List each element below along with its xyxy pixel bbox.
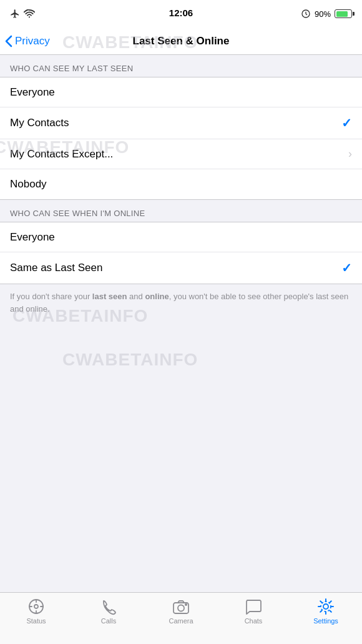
svg-point-11 xyxy=(323,604,328,609)
same-as-lastseen-check-icon: ✓ xyxy=(341,260,352,275)
back-button[interactable]: Privacy xyxy=(5,35,50,47)
mycontacts-except-chevron-icon: › xyxy=(348,147,352,161)
everyone-lastseen-label: Everyone xyxy=(10,86,55,99)
svg-point-10 xyxy=(185,604,187,605)
mycontacts-label: My Contacts xyxy=(10,117,69,129)
everyone-online-label: Everyone xyxy=(10,231,55,244)
wifi-icon xyxy=(24,9,35,18)
nav-bar: Privacy Last Seen & Online xyxy=(0,27,362,55)
nobody-lastseen-label: Nobody xyxy=(10,178,47,191)
timer-icon xyxy=(301,9,311,19)
tab-chats[interactable]: Chats xyxy=(235,598,272,625)
watermark-4: CWABETAINFO xyxy=(62,350,198,370)
content: WHO CAN SEE MY LAST SEEN Everyone My Con… xyxy=(0,55,362,322)
online-list: Everyone Same as Last Seen ✓ xyxy=(0,222,362,284)
status-left xyxy=(10,9,35,19)
tab-bar: Status Calls Camera Chats xyxy=(0,592,362,644)
tab-settings-label: Settings xyxy=(313,617,338,625)
status-right: 90% xyxy=(301,9,352,19)
svg-point-0 xyxy=(29,16,30,17)
airplane-icon xyxy=(10,9,20,19)
list-item-mycontacts[interactable]: My Contacts ✓ xyxy=(0,107,362,139)
status-icon xyxy=(27,598,45,615)
list-item-mycontacts-except[interactable]: My Contacts Except... › xyxy=(0,139,362,169)
tab-status[interactable]: Status xyxy=(17,598,55,625)
battery-percent: 90% xyxy=(315,9,331,19)
list-item-same-as-lastseen[interactable]: Same as Last Seen ✓ xyxy=(0,252,362,284)
last-seen-list: Everyone My Contacts ✓ My Contacts Excep… xyxy=(0,77,362,200)
camera-icon xyxy=(172,598,190,615)
info-bold-lastseen: last seen xyxy=(92,292,127,301)
info-before: If you don't share your xyxy=(10,292,92,301)
tab-camera[interactable]: Camera xyxy=(162,598,200,625)
last-seen-section-header: WHO CAN SEE MY LAST SEEN xyxy=(0,55,362,77)
tab-settings[interactable]: Settings xyxy=(307,598,345,625)
svg-point-12 xyxy=(321,602,331,612)
calls-icon xyxy=(100,598,117,615)
mycontacts-except-label: My Contacts Except... xyxy=(10,148,113,161)
status-time: 12:06 xyxy=(169,7,193,18)
nav-title: Last Seen & Online xyxy=(133,35,230,47)
chats-icon xyxy=(245,598,262,615)
svg-point-3 xyxy=(34,605,38,608)
tab-calls[interactable]: Calls xyxy=(90,598,127,625)
info-middle: and xyxy=(127,292,145,301)
list-item-everyone-online[interactable]: Everyone xyxy=(0,222,362,252)
list-item-everyone-lastseen[interactable]: Everyone xyxy=(0,77,362,107)
tab-calls-label: Calls xyxy=(101,617,116,625)
list-item-nobody-lastseen[interactable]: Nobody xyxy=(0,169,362,199)
mycontacts-check-icon: ✓ xyxy=(341,116,352,131)
info-text-block: If you don't share your last seen and on… xyxy=(0,284,362,322)
tab-chats-label: Chats xyxy=(245,617,263,625)
svg-point-9 xyxy=(178,605,184,612)
info-bold-online: online xyxy=(145,292,169,301)
settings-icon xyxy=(317,598,335,615)
battery-icon xyxy=(335,9,352,18)
same-as-lastseen-label: Same as Last Seen xyxy=(10,262,102,274)
tab-status-label: Status xyxy=(26,617,46,625)
status-bar: 12:06 90% xyxy=(0,0,362,27)
tab-camera-label: Camera xyxy=(169,617,193,625)
online-section-header: WHO CAN SEE WHEN I'M ONLINE xyxy=(0,200,362,222)
back-label: Privacy xyxy=(15,35,50,47)
